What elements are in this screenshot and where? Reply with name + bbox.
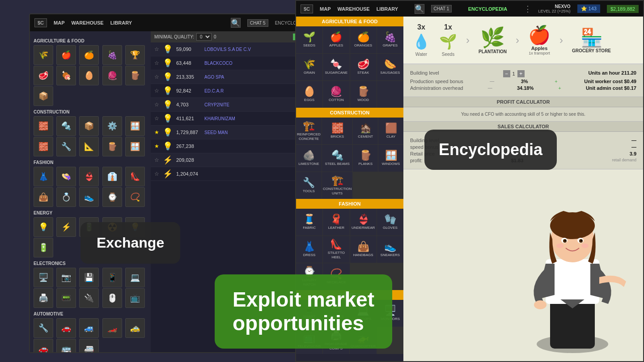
left-nav-warehouse[interactable]: WAREHOUSE [72, 20, 104, 25]
right-nav-map[interactable]: MAP [320, 6, 330, 12]
cat-item[interactable]: 💡 [34, 217, 53, 237]
prod-item-bricks[interactable]: 🧱 BRICKS [322, 118, 352, 144]
star-icon-gold[interactable]: ★ [154, 143, 159, 149]
cat-item[interactable]: 🚌 [56, 339, 76, 352]
prod-item-apples[interactable]: 🍎 APPLES [323, 26, 349, 53]
star-icon[interactable]: ☆ [154, 74, 159, 80]
cat-item[interactable]: 🖨️ [34, 288, 53, 308]
cat-item[interactable]: 🌾 [34, 45, 53, 65]
prod-item-fabric[interactable]: 🧵 FABRIC [296, 209, 322, 236]
prod-item-steel-beams[interactable]: 🔩 STEEL BEAMS [322, 145, 352, 172]
prod-item-underwear[interactable]: 👙 UNDERWEAR [350, 209, 377, 236]
prod-item-reinforced-concrete[interactable]: 🏗️ REINFORCED CONCRETE [296, 118, 322, 144]
prod-item-planks[interactable]: 🪵 PLANKS [353, 145, 378, 172]
star-icon[interactable]: ☆ [154, 157, 159, 163]
plus-icon-speed[interactable]: + [555, 79, 557, 84]
cat-item[interactable]: 💻 [125, 268, 145, 287]
cat-item[interactable]: 🏎️ [102, 318, 122, 338]
cat-item[interactable]: 🪟 [125, 116, 145, 136]
prod-item-stiletto[interactable]: 👠 STILETTO HEEL [323, 236, 349, 263]
prod-item-wood[interactable]: 🪵 WOOD [350, 81, 377, 108]
prod-item-windows[interactable]: 🪟 WINDOWS [378, 145, 403, 172]
prod-item-oranges[interactable]: 🍊 ORANGES [350, 26, 377, 53]
cat-item[interactable]: 🥩 [34, 66, 53, 85]
cat-item[interactable]: ⚙️ [102, 116, 122, 136]
more-menu-icon[interactable]: ⋮ [524, 4, 532, 14]
cat-item[interactable]: 👟 [79, 187, 99, 207]
quality-select[interactable]: 0 1 2 [196, 33, 212, 41]
cat-item[interactable]: 🍊 [79, 45, 99, 65]
left-nav-map[interactable]: MAP [54, 20, 64, 25]
prod-item-grapes[interactable]: 🍇 GRAPES [377, 26, 403, 53]
cat-item[interactable]: 🥚 [79, 66, 99, 85]
prod-item-handbags[interactable]: 👜 HANDBAGS [350, 236, 377, 263]
prod-item-steak[interactable]: 🥩 STEAK [350, 54, 377, 80]
cat-item[interactable]: 📷 [56, 268, 76, 287]
prod-item-dress[interactable]: 👗 DRESS [296, 236, 322, 263]
cat-item[interactable]: 📟 [56, 288, 76, 308]
cat-item[interactable]: 🏆 [125, 45, 145, 65]
prod-item-gloves[interactable]: 🧤 GLOVES [377, 209, 403, 236]
cat-item[interactable]: 📐 [79, 137, 99, 156]
prod-item-leather[interactable]: 🧣 LEATHER [323, 209, 349, 236]
prod-item-tools[interactable]: 🔧 TOOLS [296, 172, 322, 199]
star-icon[interactable]: ☆ [154, 115, 159, 122]
star-icon[interactable]: ☆ [154, 101, 159, 108]
star-icon[interactable]: ☆ [154, 88, 159, 94]
prod-item-eggs[interactable]: 🥚 EGGS [296, 81, 322, 108]
cat-item[interactable]: 💾 [79, 268, 99, 287]
prod-item-clay[interactable]: 🟫 CLAY [378, 118, 403, 144]
cat-item[interactable]: 👠 [125, 167, 145, 186]
prod-item-construction-units[interactable]: 🏗️ CONSTRUCTION UNITS [322, 172, 352, 199]
cat-item[interactable]: 🖥️ [34, 268, 53, 287]
prod-item-cotton[interactable]: 🧶 COTTON [323, 81, 349, 108]
prod-item-sneakers[interactable]: 👟 SNEAKERS [377, 236, 403, 263]
cat-item[interactable]: 🪵 [102, 137, 122, 156]
cat-item[interactable]: 👔 [102, 167, 122, 186]
right-nav-warehouse[interactable]: WAREHOUSE [338, 6, 370, 12]
left-chat-badge[interactable]: CHAT 5 [247, 19, 268, 27]
star-icon[interactable]: ☆ [154, 60, 159, 66]
cat-item[interactable]: 💍 [56, 187, 76, 207]
cat-item[interactable]: 👒 [56, 167, 76, 186]
prod-item-sugarcane[interactable]: 🍬 SUGARCANE [323, 54, 349, 80]
level-decrease-button[interactable]: − [503, 70, 510, 77]
prod-item-grain[interactable]: 🌾 GRAIN [296, 54, 322, 80]
grocery-store[interactable]: 🏪 GROCERY STORE [572, 27, 611, 53]
right-chat-badge[interactable]: CHAT 1 [431, 5, 452, 13]
cat-item[interactable]: 📺 [125, 288, 145, 308]
left-search-button[interactable]: 🔍 [231, 18, 241, 28]
cat-item[interactable]: 🧱 [34, 137, 53, 156]
prod-item-cement[interactable]: 🏚️ CEMENT [353, 118, 378, 144]
cat-item[interactable]: 🚐 [79, 339, 99, 352]
cat-item[interactable]: 👜 [34, 187, 53, 207]
cat-item[interactable]: 🖱️ [102, 288, 122, 308]
right-search-button[interactable]: 🔍 [415, 4, 424, 14]
cat-item[interactable]: 📦 [79, 116, 99, 136]
cat-item[interactable]: 👗 [34, 167, 53, 186]
plantation-building[interactable]: 🌿 PLANTATION [479, 26, 507, 54]
cat-item[interactable]: 🍎 [56, 45, 76, 65]
cat-item[interactable]: ⌚ [102, 187, 122, 207]
cat-item[interactable]: 🚕 [125, 318, 145, 338]
right-nav-library[interactable]: LIBRARY [377, 6, 398, 12]
level-increase-button[interactable]: + [517, 70, 525, 77]
prod-item-limestone[interactable]: 🪨 LIMESTONE [296, 145, 322, 172]
cat-item[interactable]: 📱 [102, 268, 122, 287]
cat-item[interactable]: 👙 [79, 167, 99, 186]
cat-item[interactable]: 🧶 [102, 66, 122, 85]
cat-item[interactable]: 🚗 [34, 339, 53, 352]
cat-item[interactable]: ⚡ [56, 217, 76, 237]
plus-icon-admin[interactable]: + [558, 85, 561, 91]
cat-item[interactable]: 🚗 [56, 318, 76, 338]
star-icon[interactable]: ☆ [154, 171, 159, 177]
cat-item[interactable]: 🧱 [34, 116, 53, 136]
cat-item[interactable]: 🔌 [79, 288, 99, 308]
cat-item[interactable]: 🔧 [34, 318, 53, 338]
cat-item[interactable]: 🪟 [125, 137, 145, 156]
cat-item[interactable]: 🔩 [56, 116, 76, 136]
cat-item[interactable]: 🚙 [79, 318, 99, 338]
star-icon-gold[interactable]: ★ [154, 129, 159, 135]
cat-item[interactable]: 🔧 [56, 137, 76, 156]
cat-item[interactable]: 🍇 [102, 45, 122, 65]
